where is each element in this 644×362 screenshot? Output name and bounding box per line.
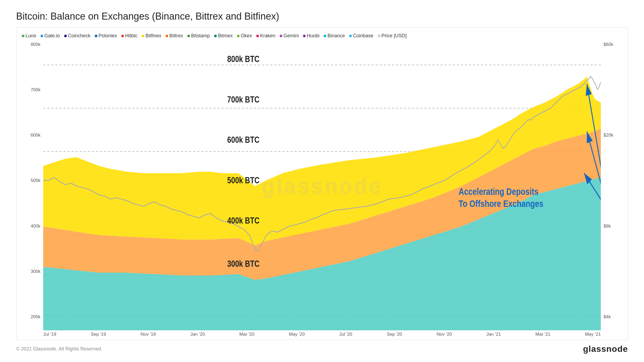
legend-label: Bitmex [218,33,233,39]
chart-area: 800k700k600k500k400k300k200k glassnode 8… [22,42,622,330]
legend-dot [187,35,190,37]
svg-text:Accelerating Deposits: Accelerating Deposits [459,186,539,197]
legend-item: Huobi [303,33,319,39]
x-axis-label: Nov '19 [141,332,156,337]
legend-dot [256,35,259,37]
x-axis-label: Jan '21 [486,332,501,337]
svg-text:600k BTC: 600k BTC [227,135,259,145]
legend-label: Bitfinex [145,33,161,39]
svg-text:500k BTC: 500k BTC [227,175,259,185]
legend-dot [280,35,282,37]
y-axis-label: 500k [22,178,41,183]
y-axis-right-label: $4k [603,314,622,320]
svg-text:300k BTC: 300k BTC [227,259,259,269]
x-axis: Jul '19Sep '19Nov '19Jan '20Mar '20May '… [22,330,622,337]
chart-legend: LunoGate.ioCoincheckPoloniexHitbtcBitfin… [22,33,622,39]
chart-inner: glassnode 800k BTC700k BTC600k BTC500k B… [43,42,601,330]
legend-item: Bittrex [166,33,183,39]
legend-item: Bitmex [214,33,233,39]
y-axis-label: 600k [22,133,41,138]
legend-dot [214,35,217,37]
legend-item: Okex [237,33,252,39]
page-title: Bitcoin: Balance on Exchanges (Binance, … [16,11,628,22]
legend-dot [378,35,380,37]
legend-item: Gemini [280,33,299,39]
footer-logo: glassnode [583,344,628,354]
legend-item: Coincheck [64,33,90,39]
legend-label: Coinbase [353,33,373,39]
legend-dot [121,35,124,37]
legend-dot [64,35,67,37]
legend-item: Bitfinex [142,33,161,39]
legend-dot [324,35,326,37]
footer: © 2021 Glassnode. All Rights Reserved. g… [16,344,628,354]
y-axis-right-label: $8k [603,224,622,229]
y-axis-label: 700k [22,87,41,93]
legend-dot [237,35,240,37]
x-axis-label: Nov '20 [437,332,452,337]
legend-label: Hitbtc [125,33,137,39]
legend-label: Poloniex [98,33,117,39]
y-axis-right: $60k$20k$8k$4k [601,42,622,330]
legend-item: Luno [22,33,36,39]
svg-text:400k BTC: 400k BTC [227,215,259,225]
legend-item: Bitstamp [187,33,210,39]
legend-label: Coincheck [68,33,90,39]
legend-label: Gemini [283,33,299,39]
legend-label: Bitstamp [191,33,210,39]
legend-item: Coinbase [349,33,373,39]
y-axis-label: 300k [22,269,41,274]
legend-dot [95,35,97,37]
legend-dot [22,35,24,37]
x-axis-label: Jul '19 [43,332,56,337]
main-chart-svg: 800k BTC700k BTC600k BTC500k BTC400k BTC… [43,42,601,330]
legend-dot [41,35,43,37]
legend-dot [142,35,144,37]
y-axis-label: 200k [22,314,41,320]
legend-label: Binance [327,33,345,39]
y-axis-label: 400k [22,224,41,229]
x-axis-label: Jul '20 [339,332,352,337]
legend-label: Gate.io [44,33,60,39]
legend-item: Price [USD] [378,33,407,39]
x-axis-label: May '20 [289,332,305,337]
x-axis-label: Jan '20 [190,332,205,337]
legend-dot [303,35,306,37]
legend-item: Kraken [256,33,275,39]
legend-item: Binance [324,33,345,39]
legend-label: Okex [241,33,252,39]
svg-text:800k BTC: 800k BTC [227,54,259,64]
legend-label: Bittrex [169,33,183,39]
legend-dot [349,35,352,37]
x-axis-label: Mar '21 [535,332,550,337]
legend-item: Hitbtc [121,33,137,39]
y-axis-right-label: $60k [603,42,622,47]
x-axis-label: May '21 [585,332,601,337]
y-axis-label: 800k [22,42,41,47]
svg-text:To Offshore Exchanges: To Offshore Exchanges [459,198,543,209]
legend-item: Poloniex [95,33,117,39]
footer-copyright: © 2021 Glassnode. All Rights Reserved. [16,346,102,352]
legend-label: Luno [25,33,36,39]
svg-text:700k BTC: 700k BTC [227,94,259,104]
legend-item: Gate.io [41,33,60,39]
chart-container: LunoGate.ioCoincheckPoloniexHitbtcBitfin… [16,27,628,340]
y-axis-right-label: $20k [603,133,622,138]
legend-label: Kraken [260,33,275,39]
x-axis-label: Sep '20 [387,332,402,337]
legend-label: Huobi [307,33,319,39]
legend-label: Price [USD] [382,33,407,39]
x-axis-label: Sep '19 [91,332,106,337]
x-axis-label: Mar '20 [239,332,254,337]
y-axis-left: 800k700k600k500k400k300k200k [22,42,43,330]
legend-dot [166,35,168,37]
